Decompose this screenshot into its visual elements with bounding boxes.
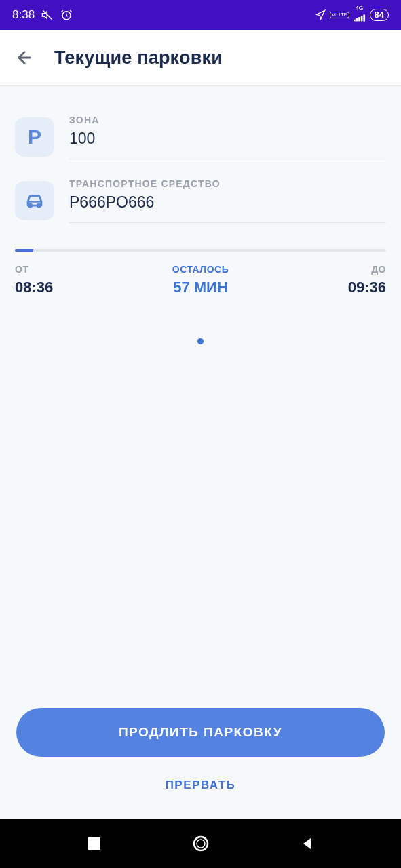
content-area: P ЗОНА 100 ТРАНСПОРТНОЕ СРЕДСТВО P666PO6… bbox=[0, 86, 401, 819]
back-nav-button[interactable] bbox=[294, 830, 321, 857]
progress-fill bbox=[15, 249, 33, 252]
remaining-label: ОСТАЛОСЬ bbox=[172, 264, 229, 275]
zone-label: ЗОНА bbox=[69, 115, 386, 125]
zone-value: 100 bbox=[69, 130, 386, 148]
from-label: ОТ bbox=[15, 264, 53, 275]
app-bar: Текущие парковки bbox=[0, 30, 401, 86]
battery-indicator: 84 bbox=[370, 9, 389, 21]
svg-rect-5 bbox=[363, 14, 365, 21]
progress-section: ОТ 08:36 ОСТАЛОСЬ 57 мин ДО 09:36 bbox=[15, 249, 386, 296]
location-icon bbox=[315, 9, 326, 20]
from-time: 08:36 bbox=[15, 279, 53, 296]
vehicle-label: ТРАНСПОРТНОЕ СРЕДСТВО bbox=[69, 178, 386, 189]
svg-rect-8 bbox=[88, 837, 100, 850]
volte-badge: Vo LTE bbox=[330, 12, 349, 18]
status-bar: 8:38 Vo LTE 4G 84 bbox=[0, 0, 401, 30]
android-nav-bar bbox=[0, 819, 401, 868]
extend-button[interactable]: ПРОДЛИТЬ ПАРКОВКУ bbox=[16, 708, 385, 757]
car-icon bbox=[15, 181, 54, 220]
svg-point-9 bbox=[194, 837, 208, 850]
status-time: 8:38 bbox=[12, 8, 35, 22]
network-gen: 4G bbox=[354, 5, 366, 25]
alarm-icon bbox=[60, 9, 73, 21]
page-indicator bbox=[15, 338, 386, 344]
svg-rect-3 bbox=[358, 17, 360, 21]
dot-icon bbox=[197, 338, 204, 344]
home-button[interactable] bbox=[187, 830, 214, 857]
svg-rect-1 bbox=[354, 19, 356, 21]
svg-rect-2 bbox=[356, 18, 358, 21]
zone-row: P ЗОНА 100 bbox=[15, 105, 386, 169]
page-title: Текущие парковки bbox=[54, 47, 223, 68]
remaining-time: 57 мин bbox=[173, 279, 228, 296]
back-button[interactable] bbox=[14, 47, 35, 68]
parking-icon: P bbox=[15, 117, 54, 157]
cancel-button[interactable]: ПРЕРВАТЬ bbox=[16, 770, 385, 800]
svg-rect-4 bbox=[360, 16, 362, 21]
to-label: ДО bbox=[371, 264, 386, 275]
to-time: 09:36 bbox=[348, 279, 386, 296]
svg-point-10 bbox=[197, 840, 205, 848]
mute-icon bbox=[41, 9, 54, 21]
vehicle-row: ТРАНСПОРТНОЕ СРЕДСТВО P666PO666 bbox=[15, 169, 386, 233]
recent-apps-button[interactable] bbox=[81, 830, 108, 857]
progress-bar bbox=[15, 249, 386, 252]
vehicle-value: P666PO666 bbox=[69, 193, 386, 212]
